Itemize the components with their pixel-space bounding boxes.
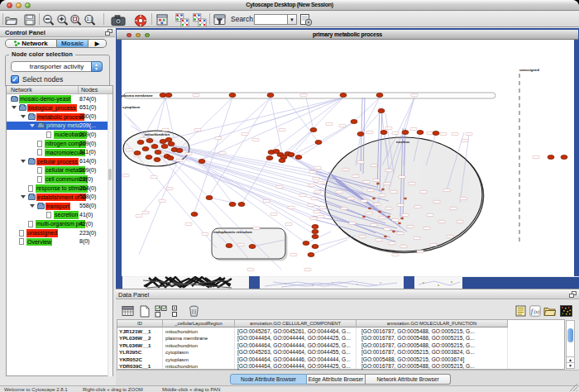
- svg-text:unassigned: unassigned: [519, 68, 539, 72]
- svg-text:endoplasmic reticulum: endoplasmic reticulum: [213, 230, 252, 234]
- svg-text:plasma membrane: plasma membrane: [122, 93, 153, 98]
- svg-text:nucleus: nucleus: [396, 140, 410, 144]
- svg-text:cytoplasm: cytoplasm: [122, 105, 140, 109]
- svg-text:(x): (x): [534, 309, 540, 315]
- svg-text:1:1: 1:1: [87, 17, 93, 22]
- svg-text:mitochondrion: mitochondrion: [145, 132, 170, 136]
